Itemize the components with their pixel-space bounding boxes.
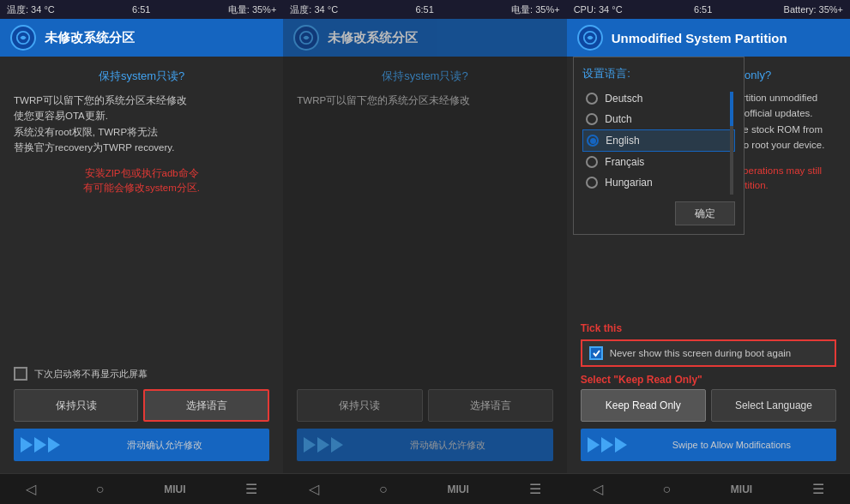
panel3-bottom-nav: ◁ ○ MIUI ☰ [567, 473, 850, 504]
lang-scrollbar-track [730, 92, 733, 195]
panel1-swipe-row[interactable]: 滑动确认允许修改 [14, 429, 269, 461]
tick-checkbox[interactable] [589, 346, 603, 360]
tick-section: Tick this Never show this screen during … [581, 322, 836, 367]
lang-radio-english [587, 135, 599, 147]
panel3-swipe-row[interactable]: Swipe to Allow Modifications [581, 429, 836, 461]
panel2-swipe-text: 滑动确认允许修改 [350, 439, 546, 452]
panel2-arrow2 [317, 437, 329, 453]
lang-label-deutsch: Deutsch [605, 93, 642, 105]
lang-radio-dutch [586, 113, 598, 125]
panel3-menu-btn[interactable]: ☰ [812, 481, 824, 497]
panel1-desc-line1: TWRP可以留下您的系统分区未经修改 [14, 95, 187, 105]
lang-item-francais[interactable]: Français [582, 152, 735, 172]
lang-label-english: English [606, 135, 639, 147]
lang-label-francais: Français [605, 156, 644, 168]
panel3-arrow1 [588, 437, 600, 453]
panel1-back-btn[interactable]: ◁ [26, 481, 36, 497]
tick-checkbox-row[interactable]: Never show this screen during boot again [581, 339, 836, 367]
tick-checkbox-label: Never show this screen during boot again [610, 348, 792, 358]
panel1-question: 保持system只读? [14, 69, 269, 84]
panel3-select-language-btn[interactable]: Select Language [711, 389, 836, 422]
lang-scrollbar-thumb[interactable] [730, 92, 733, 126]
lang-list: Deutsch Dutch English Français [582, 88, 735, 193]
panel2-temp: 温度: 34 °C [290, 3, 338, 16]
panel2-arrow3 [331, 437, 343, 453]
panel2-home-btn[interactable]: ○ [379, 482, 388, 497]
lang-dialog-title: 设置语言: [582, 66, 735, 81]
panel2-brand: MIUI [448, 483, 469, 495]
tick-label: Tick this [581, 322, 836, 334]
panel1: 温度: 34 °C 6:51 电量: 35%+ 未修改系统分区 保持system… [0, 0, 283, 504]
panel2-app-icon [293, 25, 319, 51]
panel2-title: 未修改系统分区 [328, 30, 418, 46]
panel1-swipe-text: 滑动确认允许修改 [67, 439, 262, 452]
panel3-time: 6:51 [694, 4, 712, 15]
panel2-swipe-row[interactable]: 滑动确认允许修改 [297, 429, 552, 461]
panel3-home-btn[interactable]: ○ [662, 482, 671, 497]
panel1-desc-line3: 系统没有root权限, TWRP将无法 [14, 127, 158, 137]
panel3-title-bar: Unmodified System Partition [567, 19, 850, 57]
panel3-back-btn[interactable]: ◁ [593, 481, 603, 497]
panel3-brand: MIUI [731, 483, 752, 495]
panel1-temp: 温度: 34 °C [7, 3, 55, 16]
panel2: 温度: 34 °C 6:51 电量: 35%+ 未修改系统分区 保持system… [283, 0, 566, 504]
panel1-checkbox[interactable] [14, 367, 27, 381]
panel2-keep-readonly-btn[interactable]: 保持只读 [297, 389, 422, 422]
panel1-keep-readonly-btn[interactable]: 保持只读 [14, 389, 138, 422]
panel2-content: 保持system只读? TWRP可以留下您的系统分区未经修改 保持只读 选择语言… [283, 57, 566, 473]
lang-radio-francais [586, 156, 598, 168]
lang-radio-hungarian [586, 177, 598, 189]
panel2-back-btn[interactable]: ◁ [309, 481, 319, 497]
panel1-content: 保持system只读? TWRP可以留下您的系统分区未经修改 使您更容易OTA更… [0, 57, 283, 473]
panel2-status-bar: 温度: 34 °C 6:51 电量: 35%+ [283, 0, 566, 19]
panel1-bottom-nav: ◁ ○ MIUI ☰ [0, 473, 283, 504]
panel3-keep-readonly-btn[interactable]: Keep Read Only [581, 389, 706, 422]
lang-radio-english-inner [590, 138, 596, 144]
panel1-checkbox-row[interactable]: 下次启动将不再显示此屏幕 [14, 367, 269, 381]
panel1-title-bar: 未修改系统分区 [0, 19, 283, 57]
panel1-warning: 安装ZIP包或执行adb命令有可能会修改system分区. [14, 166, 269, 196]
panel2-arrow1 [304, 437, 316, 453]
panel1-status-bar: 温度: 34 °C 6:51 电量: 35%+ [0, 0, 283, 19]
panel2-menu-btn[interactable]: ☰ [529, 481, 541, 497]
panel2-desc-line1: TWRP可以留下您的系统分区未经修改 [297, 95, 470, 105]
lang-dialog-inner: 设置语言: Deutsch Dutch English [582, 66, 735, 225]
lang-radio-deutsch [586, 93, 598, 105]
panel2-title-bar: 未修改系统分区 [283, 19, 566, 57]
panel1-arrow1 [21, 437, 33, 453]
panel3-status-bar: CPU: 34 °C 6:51 Battery: 35%+ [567, 0, 850, 19]
panel1-arrow2 [34, 437, 46, 453]
panel3-swipe-text: Swipe to Allow Modifications [634, 440, 829, 450]
panel2-btn-row-bottom: 保持只读 选择语言 [297, 389, 552, 422]
panel1-app-icon [10, 25, 36, 51]
panel3-arrow2 [601, 437, 613, 453]
panel1-menu-btn[interactable]: ☰ [245, 481, 257, 497]
panel2-bottom-nav: ◁ ○ MIUI ☰ [283, 473, 566, 504]
panel2-battery: 电量: 35%+ [511, 3, 560, 16]
panel3-title: Unmodified System Partition [612, 31, 787, 45]
panel1-description: TWRP可以留下您的系统分区未经修改 使您更容易OTA更新. 系统没有root权… [14, 93, 269, 156]
panel1-swipe-arrows [21, 437, 60, 453]
panel2-select-language-btn[interactable]: 选择语言 [428, 389, 553, 422]
panel1-btn-row: 保持只读 选择语言 [14, 389, 269, 422]
panel1-home-btn[interactable]: ○ [96, 482, 105, 497]
panel1-desc-line4: 替换官方recovery为TWRP recovery. [14, 142, 174, 153]
panel3-btn-row: Keep Read Only Select Language [581, 389, 836, 422]
select-keep-label: Select "Keep Read Only" [581, 374, 836, 386]
lang-item-dutch[interactable]: Dutch [582, 109, 735, 129]
lang-item-english[interactable]: English [582, 129, 735, 152]
panel1-title: 未修改系统分区 [45, 30, 135, 46]
panel1-checkbox-label: 下次启动将不再显示此屏幕 [34, 368, 148, 381]
panel1-select-language-btn[interactable]: 选择语言 [143, 389, 269, 422]
panel1-battery: 电量: 35%+ [228, 3, 277, 16]
panel3-temp: CPU: 34 °C [574, 4, 623, 15]
panel3-arrow3 [615, 437, 627, 453]
lang-item-hungarian[interactable]: Hungarian [582, 172, 735, 193]
panel1-desc-line2: 使您更容易OTA更新. [14, 111, 108, 121]
panel2-swipe-arrows [304, 437, 343, 453]
lang-item-deutsch[interactable]: Deutsch [582, 88, 735, 109]
lang-label-dutch: Dutch [605, 113, 631, 125]
lang-confirm-btn[interactable]: 确定 [675, 201, 735, 225]
panel1-arrow3 [48, 437, 60, 453]
panel1-time: 6:51 [132, 4, 150, 15]
